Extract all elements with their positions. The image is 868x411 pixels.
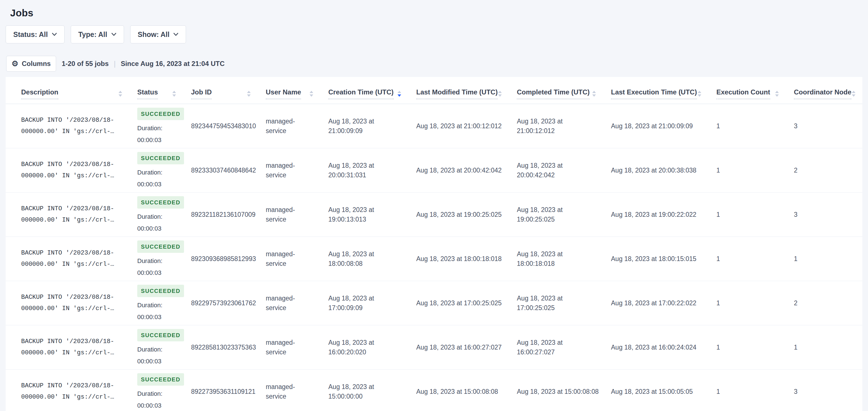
duration-value: 00:00:03 bbox=[137, 135, 180, 145]
job-user-name: managed-service bbox=[266, 205, 314, 225]
job-completed-time: Aug 18, 2023 at 19:00:25:025 bbox=[517, 205, 611, 225]
job-user-name: managed-service bbox=[266, 293, 314, 313]
job-row: BACKUP INTO '/2023/08/18- 000000.00' IN … bbox=[6, 325, 862, 370]
duration-label: Duration: bbox=[137, 389, 180, 398]
job-execution-count: 1 bbox=[716, 387, 794, 397]
job-last-execution-time: Aug 18, 2023 at 15:00:05:05 bbox=[611, 387, 716, 397]
column-header[interactable]: Completed Time (UTC) bbox=[517, 88, 611, 99]
job-description-line1: BACKUP INTO '/2023/08/18- bbox=[21, 336, 126, 347]
column-header[interactable]: Coordinator Node bbox=[794, 88, 868, 99]
column-header-label: Completed Time (UTC) bbox=[517, 88, 590, 99]
job-description-line1: BACKUP INTO '/2023/08/18- bbox=[21, 292, 126, 303]
job-id: 892333037460848642 bbox=[191, 166, 266, 175]
job-coordinator-node: 1 bbox=[794, 343, 862, 352]
column-header-label: Creation Time (UTC) bbox=[328, 88, 394, 99]
table-toolbar: ⚙ Columns 1-20 of 55 jobs | Since Aug 16… bbox=[6, 56, 862, 71]
status-badge: SUCCEEDED bbox=[137, 108, 184, 120]
job-creation-time: Aug 18, 2023 at 15:00:00:00 bbox=[328, 382, 416, 402]
job-creation-time: Aug 18, 2023 at 18:00:08:08 bbox=[328, 249, 416, 269]
column-header[interactable]: Creation Time (UTC) bbox=[328, 88, 416, 99]
job-coordinator-node: 3 bbox=[794, 210, 862, 219]
duration-value: 00:00:03 bbox=[137, 312, 180, 322]
filter-dropdown[interactable]: Type: All bbox=[71, 25, 124, 43]
job-status-cell: SUCCEEDED Duration: 00:00:03 bbox=[137, 373, 191, 410]
job-description: BACKUP INTO '/2023/08/18- 000000.00' IN … bbox=[21, 115, 137, 137]
column-header-label: User Name bbox=[266, 88, 301, 99]
job-id: 892344759453483010 bbox=[191, 121, 266, 131]
job-completed-time: Aug 18, 2023 at 17:00:25:025 bbox=[517, 293, 611, 313]
sort-icon[interactable] bbox=[172, 90, 177, 97]
job-user-name: managed-service bbox=[266, 338, 314, 357]
status-badge: SUCCEEDED bbox=[137, 329, 184, 341]
job-last-execution-time: Aug 18, 2023 at 16:00:24:024 bbox=[611, 343, 716, 352]
gear-icon: ⚙ bbox=[11, 60, 18, 68]
job-coordinator-node: 2 bbox=[794, 298, 862, 308]
job-description-line2: 000000.00' IN 'gs://crl-… bbox=[21, 214, 126, 226]
job-id: 892297573923061762 bbox=[191, 298, 266, 308]
column-header[interactable]: Last Modified Time (UTC) bbox=[416, 88, 517, 99]
job-user-name: managed-service bbox=[266, 116, 314, 136]
column-header-label: Description bbox=[21, 88, 58, 99]
column-header[interactable]: Description bbox=[21, 88, 137, 99]
job-user-name: managed-service bbox=[266, 249, 314, 269]
column-header-label: Status bbox=[137, 88, 158, 99]
page-title: Jobs bbox=[10, 7, 862, 19]
sort-icon[interactable] bbox=[851, 90, 856, 97]
sort-icon[interactable] bbox=[247, 90, 251, 97]
duration-label: Duration: bbox=[137, 300, 180, 310]
sort-icon[interactable] bbox=[498, 90, 502, 97]
job-completed-time: Aug 18, 2023 at 21:00:12:012 bbox=[517, 116, 611, 136]
job-description-line2: 000000.00' IN 'gs://crl-… bbox=[21, 303, 126, 314]
sort-icon[interactable] bbox=[697, 90, 702, 97]
meta-divider: | bbox=[114, 59, 116, 68]
columns-button-label: Columns bbox=[22, 60, 51, 68]
job-description-line2: 000000.00' IN 'gs://crl-… bbox=[21, 170, 126, 181]
results-meta: 1-20 of 55 jobs | Since Aug 16, 2023 at … bbox=[62, 59, 225, 68]
status-badge: SUCCEEDED bbox=[137, 373, 184, 386]
filter-label: Show: All bbox=[138, 30, 169, 39]
column-header[interactable]: Status bbox=[137, 88, 191, 99]
sort-icon[interactable] bbox=[397, 90, 402, 97]
job-id: 892309368985812993 bbox=[191, 254, 266, 264]
sort-icon[interactable] bbox=[118, 90, 123, 97]
status-badge: SUCCEEDED bbox=[137, 196, 184, 209]
job-description-line1: BACKUP INTO '/2023/08/18- bbox=[21, 203, 126, 214]
column-header-label: Job ID bbox=[191, 88, 212, 99]
filters-bar: Status: All Type: All Show: All bbox=[6, 25, 862, 43]
sort-icon[interactable] bbox=[775, 90, 779, 97]
filter-dropdown[interactable]: Show: All bbox=[130, 25, 186, 43]
filter-label: Type: All bbox=[79, 30, 107, 39]
job-description-line1: BACKUP INTO '/2023/08/18- bbox=[21, 115, 126, 126]
job-description: BACKUP INTO '/2023/08/18- 000000.00' IN … bbox=[21, 380, 137, 403]
column-header-label: Last Execution Time (UTC) bbox=[611, 88, 697, 99]
job-last-modified-time: Aug 18, 2023 at 18:00:18:018 bbox=[416, 254, 517, 264]
columns-button[interactable]: ⚙ Columns bbox=[6, 56, 56, 71]
results-count: 1-20 of 55 jobs bbox=[62, 60, 109, 68]
duration-label: Duration: bbox=[137, 345, 180, 354]
job-completed-time: Aug 18, 2023 at 16:00:27:027 bbox=[517, 338, 611, 357]
sort-icon[interactable] bbox=[592, 90, 596, 97]
job-id: 892273953631109121 bbox=[191, 387, 266, 397]
job-creation-time: Aug 18, 2023 at 16:00:20:020 bbox=[328, 338, 416, 357]
column-header[interactable]: Last Execution Time (UTC) bbox=[611, 88, 716, 99]
column-header[interactable]: Job ID bbox=[191, 88, 266, 99]
job-last-execution-time: Aug 18, 2023 at 21:00:09:09 bbox=[611, 121, 716, 131]
status-badge: SUCCEEDED bbox=[137, 285, 184, 297]
duration-value: 00:00:03 bbox=[137, 357, 180, 366]
job-last-modified-time: Aug 18, 2023 at 17:00:25:025 bbox=[416, 298, 517, 308]
job-coordinator-node: 3 bbox=[794, 387, 862, 397]
job-description: BACKUP INTO '/2023/08/18- 000000.00' IN … bbox=[21, 159, 137, 181]
status-badge: SUCCEEDED bbox=[137, 152, 184, 164]
job-last-execution-time: Aug 18, 2023 at 20:00:38:038 bbox=[611, 166, 716, 175]
sort-icon[interactable] bbox=[309, 90, 314, 97]
column-header-label: Coordinator Node bbox=[794, 88, 851, 99]
filter-dropdown[interactable]: Status: All bbox=[6, 25, 65, 43]
job-execution-count: 1 bbox=[716, 210, 794, 219]
job-description-line2: 000000.00' IN 'gs://crl-… bbox=[21, 259, 126, 270]
job-execution-count: 1 bbox=[716, 254, 794, 264]
job-coordinator-node: 1 bbox=[794, 254, 862, 264]
column-header-label: Last Modified Time (UTC) bbox=[416, 88, 498, 99]
column-header[interactable]: User Name bbox=[266, 88, 328, 99]
column-header[interactable]: Execution Count bbox=[716, 88, 794, 99]
job-last-execution-time: Aug 18, 2023 at 17:00:22:022 bbox=[611, 298, 716, 308]
